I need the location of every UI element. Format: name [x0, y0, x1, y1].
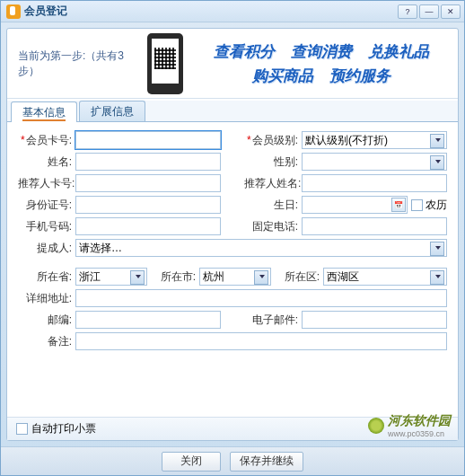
step-indicator: 当前为第一步:（共有3步）: [18, 48, 140, 79]
window: 会员登记 ? — ✕ 当前为第一步:（共有3步） 查看积分 查询消费 兑换礼品 …: [0, 0, 465, 476]
link-buy[interactable]: 购买商品: [252, 66, 313, 86]
help-button[interactable]: ?: [398, 4, 417, 19]
calendar-icon[interactable]: 📅: [391, 198, 406, 212]
input-ref-card[interactable]: [75, 174, 221, 192]
label-level: 会员级别:: [244, 131, 298, 149]
window-title: 会员登记: [24, 4, 398, 19]
label-address: 详细地址:: [18, 289, 72, 307]
input-mobile[interactable]: [75, 217, 221, 235]
input-address[interactable]: [75, 289, 447, 307]
link-points[interactable]: 查看积分: [214, 41, 275, 62]
select-level[interactable]: 默认级别(不打折): [302, 131, 447, 149]
label-lunar: 农历: [426, 198, 447, 213]
label-note: 备注:: [18, 332, 72, 350]
tab-ext[interactable]: 扩展信息: [79, 101, 145, 121]
link-reserve[interactable]: 预约服务: [329, 66, 390, 86]
label-card-no: 会员卡号:: [18, 131, 72, 149]
label-mobile: 手机号码:: [18, 217, 72, 235]
label-ref-card: 推荐人卡号:: [18, 174, 72, 192]
label-city: 所在市:: [151, 268, 196, 286]
app-icon: [6, 4, 21, 19]
label-district: 所在区:: [275, 268, 320, 286]
input-note[interactable]: [75, 332, 447, 350]
feature-links: 查看积分 查询消费 兑换礼品 购买商品 预约服务: [190, 41, 447, 86]
label-auto-print: 自动打印小票: [31, 421, 96, 436]
input-phone[interactable]: [302, 217, 447, 235]
select-gender[interactable]: [302, 153, 447, 171]
minimize-button[interactable]: —: [419, 4, 439, 19]
checkbox-lunar[interactable]: [411, 199, 423, 211]
input-zip[interactable]: [75, 311, 221, 329]
close-button[interactable]: 关闭: [162, 452, 221, 472]
label-province: 所在省:: [18, 268, 72, 286]
input-email[interactable]: [302, 311, 447, 329]
tab-basic[interactable]: 基本信息: [11, 101, 77, 122]
label-gender: 性别:: [244, 153, 298, 171]
select-district[interactable]: 西湖区: [323, 268, 447, 286]
lunar-checkbox-wrap[interactable]: 农历: [411, 198, 447, 213]
select-handler[interactable]: 请选择…: [75, 239, 447, 257]
footer-options: 自动打印小票 河东软件园 www.pc0359.cn: [7, 417, 458, 440]
window-buttons: ? — ✕: [398, 4, 461, 19]
input-ref-name[interactable]: [302, 174, 447, 192]
label-zip: 邮编:: [18, 311, 72, 329]
input-name[interactable]: [75, 153, 221, 171]
content-panel: 当前为第一步:（共有3步） 查看积分 查询消费 兑换礼品 购买商品 预约服务 基…: [6, 28, 459, 441]
select-province[interactable]: 浙江: [75, 268, 147, 286]
qr-code-icon: [154, 48, 176, 69]
link-consume[interactable]: 查询消费: [291, 41, 352, 62]
label-phone: 固定电话:: [244, 217, 298, 235]
phone-illustration: [147, 33, 183, 94]
watermark: 河东软件园 www.pc0359.cn: [368, 413, 451, 438]
select-city[interactable]: 杭州: [199, 268, 271, 286]
checkbox-auto-print[interactable]: [16, 423, 28, 435]
tab-bar: 基本信息 扩展信息: [7, 101, 458, 122]
banner: 当前为第一步:（共有3步） 查看积分 查询消费 兑换礼品 购买商品 预约服务: [7, 29, 458, 99]
close-window-button[interactable]: ✕: [441, 4, 461, 19]
input-card-no[interactable]: [75, 131, 221, 149]
label-handler: 提成人:: [18, 239, 72, 257]
label-birthday: 生日:: [244, 196, 298, 214]
input-birthday[interactable]: 📅: [302, 196, 408, 214]
label-ref-name: 推荐人姓名:: [244, 174, 298, 192]
input-id-no[interactable]: [75, 196, 221, 214]
form-grid: 会员卡号: 会员级别: 默认级别(不打折) 姓名: 性别: 推荐人卡号: 推荐人…: [7, 122, 458, 417]
button-bar: 关闭 保存并继续: [1, 446, 464, 475]
save-continue-button[interactable]: 保存并继续: [230, 452, 303, 472]
titlebar: 会员登记 ? — ✕: [1, 1, 464, 22]
label-email: 电子邮件:: [244, 311, 298, 329]
label-name: 姓名:: [18, 153, 72, 171]
link-gift[interactable]: 兑换礼品: [368, 41, 429, 62]
watermark-logo-icon: [368, 418, 384, 434]
label-id-no: 身份证号:: [18, 196, 72, 214]
